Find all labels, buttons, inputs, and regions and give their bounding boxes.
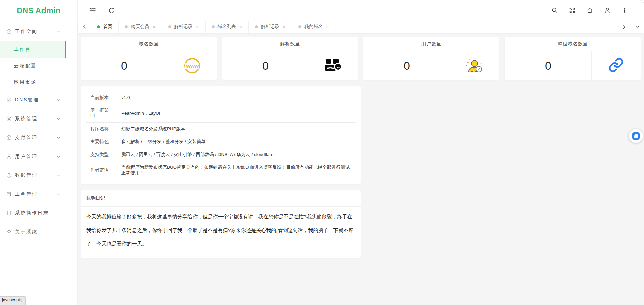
stat-card-rented-domains: 整租域名数量 0 (505, 37, 641, 80)
check-badge-icon: ✓ (476, 66, 482, 72)
info-value: PearAdmin，LayUI (117, 104, 356, 123)
sidebar-item-label: 云端配置 (14, 63, 37, 69)
shield-icon (6, 97, 12, 103)
info-value: 腾讯云 / 阿里云 / 百度云 / 火山引擎 / 西部数码 / DNSLA / … (117, 148, 356, 161)
sidebar-item-label: DNS管理 (15, 97, 39, 103)
www-globe-icon: www (184, 58, 200, 73)
system-info-table: 当前版本 v1.0 基于框架UI PearAdmin，LayUI 程序名称 幻影… (86, 91, 356, 179)
stat-title: 解析数量 (222, 37, 358, 51)
sidebar-item-about-system[interactable]: 关于系统 (0, 223, 77, 241)
tabs-dropdown-button[interactable] (631, 21, 644, 33)
info-label: 支持类型 (86, 148, 117, 161)
stat-card-users: 用户数量 0 + + ✓ (363, 37, 499, 80)
sidebar-item-label: 工作空间 (15, 29, 38, 35)
sidebar-item-label: 工单管理 (15, 191, 38, 197)
tab-my-domains[interactable]: 我的域名 × (292, 21, 335, 33)
sidebar-item-cloud-config[interactable]: 云端配置 (0, 58, 77, 74)
sidebar-item-label: 系统操作日志 (15, 210, 49, 216)
tab-status-dot (212, 25, 215, 28)
sidebar-item-workbench[interactable]: 工作台 (0, 41, 66, 58)
sidebar-item-system-log[interactable]: 系统操作日志 (0, 204, 77, 223)
tab-status-dot (255, 25, 258, 28)
sidebar-item-workspace[interactable]: 工作空间 (0, 22, 77, 41)
info-label: 作者寄语 (86, 161, 117, 179)
stat-value: 0 (222, 51, 309, 80)
table-row: 程序名称 幻影二级域名分发系统PHP版本 (86, 123, 356, 135)
table-row: 主要特色 多云解析 / 二级分发 / 整租分发 / 安装简单 (86, 135, 356, 148)
sparkle-dot (475, 58, 476, 59)
data-icon (6, 173, 12, 178)
more-menu-icon[interactable]: ⋮ (619, 5, 631, 16)
table-row: 当前版本 v1.0 (86, 91, 356, 104)
sidebar-item-label: 用户管理 (15, 154, 38, 160)
collapse-menu-button[interactable] (87, 5, 98, 16)
stat-value: 0 (505, 51, 592, 80)
tab-domain-list[interactable]: 域名列表 × (205, 21, 249, 33)
refresh-button[interactable] (106, 5, 117, 16)
sidebar-item-user-management[interactable]: 用户管理 (0, 147, 77, 166)
tab-buy-membership[interactable]: 购买会员 × (118, 21, 162, 33)
sidebar-item-label: 系统管理 (15, 116, 38, 122)
close-icon[interactable]: × (196, 24, 199, 29)
tab-status-dot (168, 25, 171, 28)
info-label: 当前版本 (86, 91, 117, 104)
sidebar-item-ticket-management[interactable]: 工单管理 (0, 185, 77, 204)
stat-title: 域名数量 (81, 37, 217, 51)
close-icon[interactable]: × (152, 24, 156, 29)
sidebar-item-dns-management[interactable]: DNS管理 (0, 91, 77, 109)
stat-value: 0 (81, 51, 168, 80)
topbar: ⋮ (78, 0, 644, 21)
close-icon[interactable]: × (282, 24, 286, 29)
stat-title: 整租域名数量 (505, 37, 641, 51)
sidebar-item-system-management[interactable]: 系统管理 (0, 109, 77, 128)
sidebar-item-label: 数据管理 (15, 172, 38, 178)
sidebar-item-data-management[interactable]: 数据管理 (0, 166, 77, 185)
close-icon[interactable]: × (239, 24, 243, 29)
topbar-right: ⋮ (549, 5, 631, 16)
info-value: 幻影二级域名分发系统PHP版本 (117, 123, 356, 135)
chevron-down-icon (57, 156, 60, 158)
search-icon[interactable] (549, 5, 560, 16)
close-icon[interactable]: × (326, 24, 329, 29)
fullscreen-icon[interactable] (566, 5, 578, 16)
tab-label: 解析记录 (174, 24, 193, 30)
tab-status-dot (125, 25, 128, 28)
user-check-icon: + + ✓ (466, 58, 484, 73)
info-label: 程序名称 (86, 123, 117, 135)
gauge-icon (6, 29, 12, 35)
tabs-scroll-left-button[interactable] (78, 21, 91, 33)
home-icon[interactable] (584, 5, 595, 16)
table-row: 支持类型 腾讯云 / 阿里云 / 百度云 / 火山引擎 / 西部数码 / DNS… (86, 148, 356, 161)
floating-extension-button[interactable] (629, 129, 643, 143)
chevron-up-icon (57, 31, 60, 33)
tab-label: 域名列表 (218, 24, 236, 30)
sidebar-item-app-market[interactable]: 应用市场 (0, 74, 77, 91)
svg-text:¥: ¥ (7, 136, 10, 139)
diary-title: 舔狗日记 (81, 190, 361, 207)
tab-label: 我的域名 (304, 24, 323, 30)
sidebar-item-payment-management[interactable]: ¥ 支付管理 (0, 128, 77, 147)
info-value: 当前程序为新发布状态BUG肯定会有的，如遇到请在关于系统页面进入博客反馈！目前所… (117, 161, 356, 179)
tab-resolve-records-1[interactable]: 解析记录 × (162, 21, 205, 33)
sidebar: DNS Admin 工作空间 工作台 云端配置 应用市场 (0, 0, 78, 305)
sidebar-item-label: 支付管理 (15, 135, 38, 141)
tab-status-dot (97, 25, 100, 28)
tabs-scroll-right-button[interactable] (618, 21, 631, 33)
sparkle-dot (466, 65, 467, 66)
tab-home[interactable]: 首页 (91, 21, 118, 33)
tab-resolve-records-2[interactable]: 解析记录 × (248, 21, 292, 33)
block-icon (326, 59, 331, 64)
chevron-down-icon (57, 174, 60, 177)
user-avatar-icon[interactable] (602, 5, 613, 16)
chain-link-icon (608, 57, 624, 74)
user-icon (6, 154, 12, 160)
chevron-down-icon (57, 118, 60, 120)
log-icon (6, 210, 12, 216)
stat-card-domains: 域名数量 0 www (81, 37, 217, 80)
ticket-icon (6, 192, 12, 197)
info-value: 多云解析 / 二级分发 / 整租分发 / 安装简单 (117, 135, 356, 148)
main-area: ⋮ 首页 购买会员 × 解析记录 × 域 (78, 0, 644, 305)
stat-card-records: 解析数量 0 www ← (222, 37, 358, 80)
user-head (471, 60, 478, 67)
sidebar-item-label: 关于系统 (15, 229, 38, 235)
